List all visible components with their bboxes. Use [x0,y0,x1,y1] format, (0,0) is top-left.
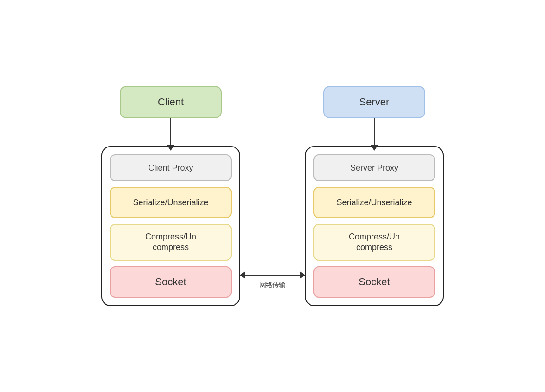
server-compress-box: Compress/Un compress [313,224,435,261]
server-proxy-label: Server Proxy [313,154,435,181]
diagram: Client Client Proxy Serialize/Unserializ… [101,86,444,306]
client-compress-box: Compress/Un compress [110,224,232,261]
server-node: Server [323,86,425,118]
network-connector: 网络传输 [240,275,305,306]
client-proxy-box: Client Proxy Serialize/Unserialize Compr… [101,146,240,306]
client-column: Client Client Proxy Serialize/Unserializ… [101,86,240,306]
server-label: Server [359,96,390,108]
client-proxy-label: Client Proxy [110,154,232,181]
client-socket-box: Socket [110,266,232,298]
server-column: Server Server Proxy Serialize/Unserializ… [305,86,444,306]
network-label: 网络传输 [260,281,285,289]
server-socket-box: Socket [313,266,435,298]
server-proxy-box: Server Proxy Serialize/Unserialize Compr… [305,146,444,306]
client-serialize-box: Serialize/Unserialize [110,187,232,218]
server-serialize-box: Serialize/Unserialize [313,187,435,218]
client-label: Client [158,96,184,108]
client-node: Client [120,86,222,118]
